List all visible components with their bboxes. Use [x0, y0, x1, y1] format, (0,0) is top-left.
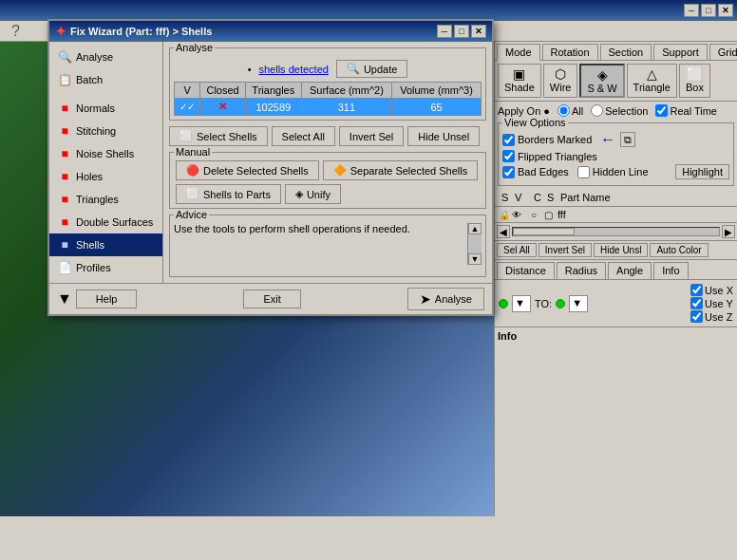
unify-button[interactable]: ◈ Unify	[285, 184, 341, 204]
tab-mode[interactable]: Mode	[497, 44, 540, 61]
nav-stitching[interactable]: ■ Stitching	[49, 120, 162, 142]
footer-down-icon[interactable]: ▼	[57, 290, 72, 308]
col-v: V	[512, 191, 531, 204]
realtime-checkbox[interactable]: Real Time	[655, 104, 717, 117]
use-x-label[interactable]: Use X	[690, 284, 733, 296]
analyse-section: Analyse • shells detected 🔍 Update V Clo…	[169, 47, 486, 121]
nav-noise-shells[interactable]: ■ Noise Shells	[49, 142, 162, 165]
flipped-triangles-row: Flipped Triangles	[502, 150, 729, 162]
shells-link[interactable]: shells detected	[258, 64, 328, 75]
footer-left: ▼ Help	[57, 289, 137, 308]
nav-holes[interactable]: ■ Holes	[49, 165, 162, 188]
analyse-icon: 🔍	[57, 49, 72, 65]
advice-scroll-track[interactable]	[468, 234, 482, 253]
flipped-triangles-checkbox[interactable]	[502, 150, 515, 162]
view-shade-button[interactable]: ▣ Shade	[498, 64, 541, 98]
bullet-dot: •	[248, 64, 252, 75]
col-part-name: Part Name	[557, 191, 614, 204]
hide-unsel-button[interactable]: Hide Unsel	[407, 126, 480, 146]
separate-selected-button[interactable]: 🔶 Separate Selected Shells	[323, 160, 479, 180]
select-all-button[interactable]: Select All	[272, 126, 335, 146]
view-sw-button[interactable]: ◈ S & W	[579, 64, 624, 98]
help-icon[interactable]: ?	[4, 23, 28, 40]
bad-edges-label: Bad Edges	[518, 166, 569, 177]
update-button[interactable]: 🔍 Update	[336, 60, 407, 78]
nav-analyse-label: Analyse	[76, 51, 113, 63]
to-dropdown[interactable]: ▼	[569, 295, 588, 312]
tab-radius[interactable]: Radius	[557, 262, 606, 279]
nav-batch[interactable]: 📋 Batch	[49, 68, 162, 91]
dialog-title-left: ✦ Fix Wizard (Part: fff) > Shells	[55, 24, 212, 39]
scroll-left-button[interactable]: ◀	[497, 225, 510, 238]
use-y-label[interactable]: Use Y	[690, 297, 733, 309]
dialog-title-bar: ✦ Fix Wizard (Part: fff) > Shells ─ □ ✕	[49, 21, 492, 42]
to-dot	[556, 299, 565, 308]
tab-section[interactable]: Section	[600, 44, 652, 60]
use-z-label[interactable]: Use Z	[690, 310, 733, 323]
dialog-minimize-button[interactable]: ─	[437, 25, 452, 38]
nav-triangles[interactable]: ■ Triangles	[49, 188, 162, 211]
auto-color-button[interactable]: Auto Color	[650, 243, 708, 257]
sel-all-button[interactable]: Sel All	[497, 243, 537, 257]
box-label: Box	[686, 82, 704, 93]
title-bar-buttons: ─ □ ✕	[684, 4, 733, 17]
table-row[interactable]: ✓✓ ✕ 102589 311 65	[175, 99, 482, 116]
select-shells-button[interactable]: ⬜ Select Shells	[169, 126, 268, 146]
dialog-maximize-button[interactable]: □	[454, 25, 469, 38]
invert-sel-button[interactable]: Invert Sel	[339, 126, 404, 146]
maximize-button[interactable]: □	[701, 4, 716, 17]
to-label: TO:	[535, 298, 552, 309]
apply-all-radio[interactable]: All	[557, 104, 583, 117]
help-button[interactable]: Help	[76, 289, 138, 308]
nav-normals[interactable]: ■ Normals	[49, 97, 162, 120]
part-list-header: S V C S Part Name	[495, 189, 737, 207]
part-list-row[interactable]: 🔒 👁 ○ ▢ fff	[495, 207, 737, 222]
nav-double-surfaces[interactable]: ■ Double Surfaces	[49, 211, 162, 233]
copy-view-button[interactable]: ⧉	[620, 132, 635, 147]
nav-shells[interactable]: ■ Shells	[49, 233, 162, 256]
from-dropdown[interactable]: ▼	[512, 295, 531, 312]
exit-button[interactable]: Exit	[243, 289, 300, 308]
view-wire-button[interactable]: ⬡ Wire	[543, 64, 578, 98]
dialog-title-icon: ✦	[55, 24, 66, 39]
nav-analyse[interactable]: 🔍 Analyse	[49, 46, 162, 68]
tab-info[interactable]: Info	[653, 262, 688, 279]
dialog-close-button[interactable]: ✕	[471, 25, 486, 38]
scrollbar-track[interactable]	[512, 227, 720, 236]
tab-rotation[interactable]: Rotation	[542, 44, 598, 60]
shells-to-parts-button[interactable]: ⬜ Shells to Parts	[176, 184, 281, 204]
use-y-checkbox[interactable]	[690, 297, 703, 309]
view-triangle-button[interactable]: △ Triangle	[627, 64, 677, 98]
hidden-line-checkbox[interactable]	[577, 166, 590, 178]
invert-sel-button[interactable]: Invert Sel	[539, 243, 592, 257]
view-box-button[interactable]: ⬜ Box	[679, 64, 710, 98]
scroll-right-button[interactable]: ▶	[722, 225, 735, 238]
scrollbar-thumb[interactable]	[513, 228, 575, 235]
use-x-checkbox[interactable]	[690, 284, 703, 296]
borders-marked-label: Borders Marked	[518, 134, 592, 145]
analyse-title: Analyse	[174, 42, 215, 53]
delete-selected-button[interactable]: 🔴 Delete Selected Shells	[176, 160, 319, 180]
use-z-checkbox[interactable]	[690, 310, 703, 323]
nav-noise-shells-label: Noise Shells	[76, 148, 134, 159]
borders-marked-checkbox[interactable]	[502, 134, 515, 146]
advice-scroll-down[interactable]: ▼	[468, 253, 482, 265]
nav-profiles[interactable]: 📄 Profiles	[49, 256, 162, 279]
highlight-button[interactable]: Highlight	[675, 164, 729, 179]
tab-grid[interactable]: Grid	[709, 44, 737, 60]
nav-batch-label: Batch	[76, 74, 103, 85]
advice-text: Use the tools to perform shell operation…	[174, 223, 467, 265]
bad-edges-checkbox[interactable]	[502, 166, 515, 178]
invert-sel-label: Invert Sel	[350, 131, 393, 142]
tab-distance[interactable]: Distance	[497, 262, 555, 279]
tab-angle[interactable]: Angle	[608, 262, 652, 279]
close-button[interactable]: ✕	[718, 4, 733, 17]
dialog-footer: ▼ Help Exit ➤ Analyse	[49, 283, 492, 314]
minimize-button[interactable]: ─	[684, 4, 699, 17]
tab-support[interactable]: Support	[653, 44, 708, 60]
apply-selection-radio[interactable]: Selection	[591, 104, 648, 117]
update-label: Update	[364, 64, 397, 75]
hide-unsel-button[interactable]: Hide Unsl	[594, 243, 648, 257]
advice-scroll-up[interactable]: ▲	[468, 223, 482, 234]
analyse-button[interactable]: ➤ Analyse	[407, 288, 484, 310]
